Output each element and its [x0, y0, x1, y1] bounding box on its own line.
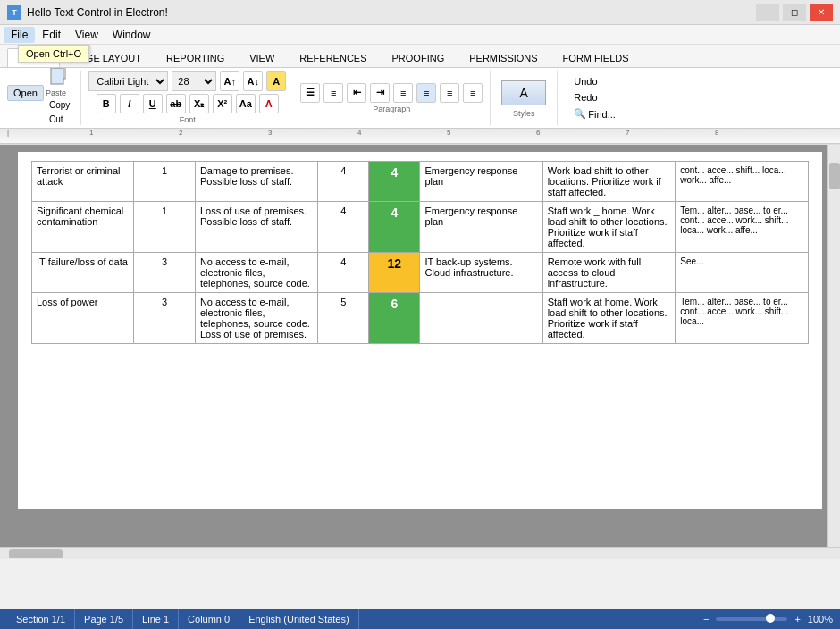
likelihood-cell: 3 — [134, 293, 196, 344]
cut-button[interactable]: Cut — [46, 113, 73, 126]
table-row: IT failure/loss of data 3 No access to e… — [32, 253, 809, 293]
open-tooltip: Open Ctrl+O — [18, 45, 89, 63]
continuity-cell: Staff work at home. Work load shift to o… — [542, 293, 676, 344]
ruler: | 1 2 3 4 5 6 7 8 — [0, 129, 840, 145]
continuity-cell: Work load shift to other locations. Prio… — [542, 162, 676, 202]
font-size-select[interactable]: 28 — [172, 71, 216, 91]
subscript-button[interactable]: X₂ — [189, 94, 209, 113]
case-button[interactable]: Aa — [236, 94, 256, 113]
menu-edit[interactable]: Edit — [35, 27, 68, 43]
clipboard-group: Open Paste Copy Cut Clipboard — [7, 71, 81, 125]
close-button[interactable]: ✕ — [810, 4, 833, 21]
page-status: Page 1/5 — [75, 609, 133, 629]
additional-cell: See... — [676, 253, 809, 293]
consequence-cell: No access to e-mail, electronic files, t… — [195, 293, 317, 344]
superscript-button[interactable]: X² — [213, 94, 232, 113]
color-button[interactable]: A — [259, 94, 279, 113]
risk-cell: 6 — [369, 293, 420, 344]
title-bar: T Hello Text Control in Electron! — ◻ ✕ — [0, 0, 840, 25]
vertical-scrollbar[interactable] — [827, 145, 840, 547]
zoom-level: 100% — [808, 614, 833, 625]
paragraph-label: Paragraph — [373, 105, 410, 113]
strikethrough-button[interactable]: ab — [166, 94, 186, 113]
zoom-slider[interactable] — [716, 617, 787, 621]
undo-button[interactable]: Undo — [570, 74, 619, 88]
column-status: Column 0 — [179, 609, 239, 629]
status-bar: Section 1/1 Page 1/5 Line 1 Column 0 Eng… — [0, 609, 840, 629]
impact-cell: 5 — [318, 293, 369, 344]
hazard-cell: Terrorist or criminal attack — [32, 162, 134, 202]
app-icon: T — [7, 5, 21, 20]
continuity-cell: Staff work _ home. Work load shift to ot… — [542, 202, 676, 253]
impact-cell: 4 — [318, 202, 369, 253]
numbering-button[interactable]: ≡ — [323, 83, 343, 103]
font-name-select[interactable]: Calibri Light — [88, 71, 168, 91]
impact-cell: 4 — [318, 162, 369, 202]
table-row: Loss of power 3 No access to e-mail, ele… — [32, 293, 809, 344]
menu-bar: File Edit View Window Open Ctrl+O — [0, 25, 840, 45]
mitigation-cell: IT back-up systems. Cloud infrastructure… — [420, 253, 542, 293]
paragraph-group: ☰ ≡ ⇤ ⇥ ≡ ≡ ≡ ≡ Paragraph — [300, 71, 491, 125]
indent-decrease-button[interactable]: ⇤ — [347, 83, 366, 103]
copy-button[interactable]: Copy — [46, 98, 73, 112]
align-right-button[interactable]: ≡ — [440, 83, 459, 103]
tab-permissions[interactable]: PERMISSIONS — [458, 48, 549, 67]
window-title: Hello Text Control in Electron! — [27, 6, 756, 19]
risk-cell: 4 — [369, 202, 420, 253]
styles-label: Styles — [513, 109, 535, 118]
hazard-cell: IT failure/loss of data — [32, 253, 134, 293]
mitigation-cell — [420, 293, 542, 344]
align-left-button[interactable]: ≡ — [393, 83, 413, 103]
bold-button[interactable]: B — [97, 94, 116, 113]
risk-table: Terrorist or criminal attack 1 Damage to… — [31, 161, 809, 344]
tab-view[interactable]: VIEW — [238, 48, 286, 67]
hazard-cell: Loss of power — [32, 293, 134, 344]
open-button[interactable]: Open — [7, 85, 44, 101]
zoom-in-icon[interactable]: + — [794, 614, 800, 625]
document-page: Terrorist or criminal attack 1 Damage to… — [18, 152, 822, 509]
zoom-out-icon[interactable]: − — [703, 614, 709, 625]
consequence-cell: No access to e-mail, electronic files, t… — [195, 253, 317, 293]
underline-button[interactable]: U — [143, 94, 163, 113]
font-label: Font — [180, 115, 196, 124]
likelihood-cell: 1 — [134, 162, 196, 202]
hazard-cell: Significant chemical contamination — [32, 202, 134, 253]
tab-proofing[interactable]: PROOFING — [381, 48, 457, 67]
language-status: English (United States) — [239, 609, 359, 629]
paste-label: Paste — [46, 88, 73, 97]
styles-group: A Styles — [498, 71, 558, 125]
menu-window[interactable]: Window — [105, 27, 158, 43]
justify-button[interactable]: ≡ — [463, 83, 483, 103]
mitigation-cell: Emergency response plan — [420, 162, 542, 202]
section-status: Section 1/1 — [7, 609, 75, 629]
menu-file[interactable]: File — [4, 27, 35, 43]
likelihood-cell: 1 — [134, 202, 196, 253]
grow-font-button[interactable]: A↑ — [220, 71, 239, 91]
risk-cell: 12 — [369, 253, 420, 293]
align-center-button[interactable]: ≡ — [416, 83, 436, 103]
find-button[interactable]: 🔍 Find... — [570, 106, 619, 122]
svg-rect-1 — [51, 68, 63, 84]
tab-form-fields[interactable]: FORM FIELDS — [551, 48, 641, 67]
shrink-font-button[interactable]: A↓ — [243, 71, 263, 91]
highlight-button[interactable]: A — [266, 71, 286, 91]
additional-cell: Tem... alter... base... to er... cont...… — [676, 293, 809, 344]
italic-button[interactable]: I — [120, 94, 139, 113]
continuity-cell: Remote work with full access to cloud in… — [542, 253, 676, 293]
minimize-button[interactable]: — — [756, 4, 779, 21]
indent-increase-button[interactable]: ⇥ — [370, 83, 390, 103]
table-row: Terrorist or criminal attack 1 Damage to… — [32, 162, 809, 202]
bullets-button[interactable]: ☰ — [300, 83, 320, 103]
paste-button[interactable] — [46, 68, 73, 88]
consequence-cell: Damage to premises. Possible loss of sta… — [195, 162, 317, 202]
tab-references[interactable]: REFERENCES — [288, 48, 378, 67]
tab-reporting[interactable]: REPORTING — [155, 48, 236, 67]
maximize-button[interactable]: ◻ — [783, 4, 806, 21]
styles-button[interactable]: A — [498, 79, 550, 107]
horizontal-scrollbar[interactable] — [0, 547, 840, 559]
menu-view[interactable]: View — [68, 27, 105, 43]
consequence-cell: Loss of use of premises. Possible loss o… — [195, 202, 317, 253]
redo-button[interactable]: Redo — [570, 90, 619, 105]
mitigation-cell: Emergency response plan — [420, 202, 542, 253]
window-controls: — ◻ ✕ — [756, 4, 833, 21]
